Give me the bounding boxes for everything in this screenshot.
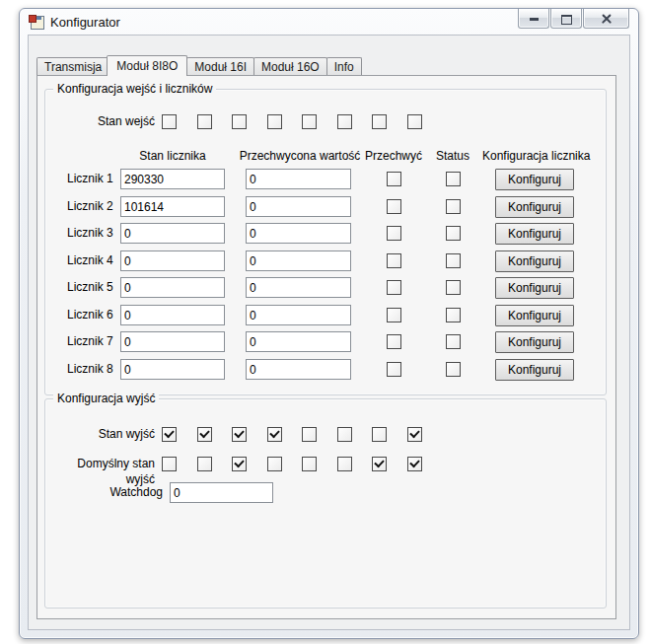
licznik-row-1: Licznik 1 Konfiguruj [45,169,606,189]
przechwyc-checkbox-2[interactable] [387,199,401,214]
status-checkbox-6[interactable] [446,308,461,322]
licznik-row-4: Licznik 4 Konfiguruj [45,250,606,271]
tab-info[interactable]: Info [326,57,362,75]
watchdog-input[interactable] [170,482,273,503]
konfiguruj-button-1[interactable]: Konfiguruj [495,169,574,190]
domyslny-checkbox-1[interactable] [162,457,177,471]
window-title: Konfigurator [50,15,120,30]
stan-licznika-input-7[interactable] [120,331,225,352]
konfiguruj-button-2[interactable]: Konfiguruj [495,196,574,218]
status-checkbox-2[interactable] [446,199,461,214]
stan-wyjsc-checkbox-8[interactable] [407,427,422,442]
stan-licznika-input-8[interactable] [120,359,225,380]
przechwyc-checkbox-3[interactable] [387,226,401,241]
przechwycona-input-6[interactable] [246,305,351,325]
titlebar[interactable]: Konfigurator [20,9,638,36]
tab-modul-8i8o[interactable]: Moduł 8I8O [107,55,187,76]
tab-modul-16i[interactable]: Moduł 16I [186,57,254,75]
domyslny-stan-wyjsc-row: Domyślny stan wyjść [45,456,606,476]
konfiguruj-button-6[interactable]: Konfiguruj [495,305,574,326]
status-checkbox-8[interactable] [446,362,461,377]
stan-wyjsc-checkbox-2[interactable] [197,427,212,442]
maximize-icon [561,15,572,25]
stan-licznika-input-3[interactable] [120,223,225,244]
stan-wejsc-checkbox-1[interactable] [162,114,177,129]
status-checkbox-4[interactable] [446,253,461,268]
licznik-row-8: Licznik 8 Konfiguruj [45,359,606,380]
stan-wejsc-checkbox-2[interactable] [197,114,212,129]
stan-wyjsc-checkbox-5[interactable] [302,427,317,442]
przechwycona-input-8[interactable] [246,359,351,380]
licznik-label: Licznik 4 [67,250,113,271]
stan-wejsc-label: Stan wejść [45,113,155,129]
header-konfiguracja-licznika: Konfiguracja licznika [482,149,587,163]
domyslny-checkbox-6[interactable] [337,457,352,471]
status-checkbox-5[interactable] [446,280,461,295]
status-checkbox-3[interactable] [446,226,461,241]
group-title: Konfiguracja wejść i liczników [53,82,216,97]
stan-wyjsc-checkbox-3[interactable] [232,427,247,442]
tab-page-modul-8i8o: Konfiguracja wejść i liczników Stan wejś… [36,75,616,619]
licznik-label: Licznik 5 [67,277,113,298]
stan-licznika-input-1[interactable] [120,169,225,189]
tab-modul-16o[interactable]: Moduł 16O [253,57,327,75]
przechwyc-checkbox-5[interactable] [387,280,401,295]
stan-wyjsc-checkbox-6[interactable] [337,427,352,442]
stan-wejsc-checkbox-7[interactable] [372,114,387,129]
domyslny-checkbox-2[interactable] [197,457,212,471]
przechwyc-checkbox-7[interactable] [387,334,401,349]
licznik-label: Licznik 8 [67,359,113,380]
group-konfiguracja-wyjsc: Konfiguracja wyjść Stan wyjść Domyśln [44,398,607,608]
przechwyc-checkbox-4[interactable] [387,253,401,268]
konfiguruj-button-5[interactable]: Konfiguruj [495,277,574,299]
konfiguruj-button-7[interactable]: Konfiguruj [495,331,574,353]
stan-wyjsc-checkbox-7[interactable] [372,427,387,442]
app-window: Konfigurator Transmisja Moduł 8I8O Moduł… [19,8,639,639]
status-checkbox-7[interactable] [446,334,461,349]
header-przechwycona-wartosc: Przechwycona wartość [229,149,371,163]
domyslny-checkbox-5[interactable] [302,457,317,471]
przechwycona-input-3[interactable] [246,223,351,244]
stan-licznika-input-4[interactable] [120,250,225,271]
stan-wejsc-checkbox-5[interactable] [302,114,317,129]
header-stan-licznika: Stan licznika [118,149,227,163]
przechwycona-input-4[interactable] [246,250,351,271]
domyslny-checkbox-3[interactable] [232,457,247,471]
licznik-row-7: Licznik 7 Konfiguruj [45,331,606,352]
close-icon [601,13,613,25]
przechwycona-input-1[interactable] [246,169,351,189]
stan-licznika-input-5[interactable] [120,277,225,298]
licznik-label: Licznik 3 [67,223,113,244]
konfiguruj-button-4[interactable]: Konfiguruj [495,250,574,272]
stan-wejsc-checkbox-6[interactable] [337,114,352,129]
stan-wejsc-checkbox-8[interactable] [407,114,422,129]
status-checkbox-1[interactable] [446,172,461,186]
stan-wejsc-checkbox-3[interactable] [232,114,247,129]
przechwyc-checkbox-8[interactable] [387,362,401,377]
stan-wejsc-checkbox-4[interactable] [267,114,282,129]
client-area: Transmisja Moduł 8I8O Moduł 16I Moduł 16… [28,35,630,630]
stan-licznika-input-2[interactable] [120,196,225,217]
licznik-row-6: Licznik 6 Konfiguruj [45,305,606,325]
konfiguruj-button-3[interactable]: Konfiguruj [495,223,574,245]
watchdog-label: Watchdog [45,482,163,503]
stan-wyjsc-checkbox-4[interactable] [267,427,282,442]
close-button[interactable] [583,9,629,29]
przechwyc-checkbox-6[interactable] [387,308,401,322]
konfiguruj-button-8[interactable]: Konfiguruj [495,359,574,381]
licznik-label: Licznik 7 [67,331,113,352]
stan-licznika-input-6[interactable] [120,305,225,325]
przechwycona-input-5[interactable] [246,277,351,298]
stan-wyjsc-checkbox-1[interactable] [162,427,177,442]
domyslny-checkbox-4[interactable] [267,457,282,471]
maximize-button[interactable] [550,9,582,29]
domyslny-checkbox-7[interactable] [372,457,387,471]
przechwycona-input-2[interactable] [246,196,351,217]
przechwyc-checkbox-1[interactable] [387,172,401,186]
app-icon [29,15,44,30]
licznik-label: Licznik 2 [67,196,113,217]
przechwycona-input-7[interactable] [246,331,351,352]
minimize-button[interactable] [518,9,549,29]
domyslny-checkbox-8[interactable] [407,457,422,471]
tab-transmisja[interactable]: Transmisja [36,57,109,75]
